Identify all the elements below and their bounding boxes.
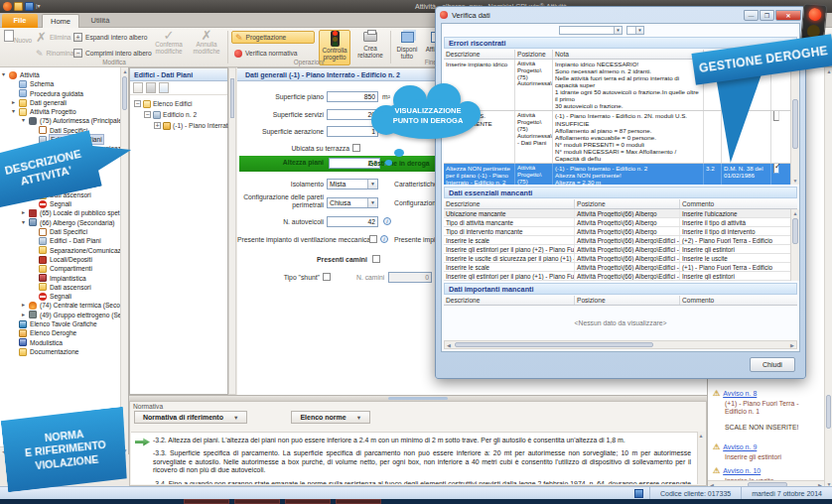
tree-item[interactable]: Edifici - Dati Piani	[0, 236, 120, 245]
maximize-icon[interactable]: ❐	[760, 10, 774, 21]
tree-item[interactable]: Separazione/Comunicazione	[0, 246, 120, 255]
elenco-norme-button[interactable]: Elenco norme▼	[291, 411, 370, 424]
progettazione-button[interactable]: ✎Progettazione	[231, 31, 315, 44]
minimize-icon[interactable]: —	[744, 10, 759, 21]
essenziale-row[interactable]: Inserire gli estintori per il piano (+1)…	[444, 272, 797, 281]
tree-item[interactable]: Elenco Deroghe	[0, 328, 120, 337]
essenziale-row[interactable]: Inserire le uscite di sicurezza per il p…	[444, 254, 797, 263]
isolamento-select[interactable]: Mista▼	[327, 179, 378, 189]
dialog-titlebar[interactable]: Verifica dati — ❐ ✕	[436, 7, 805, 23]
tree-item[interactable]: Impiantistica	[0, 274, 120, 283]
edifici-expander-icon[interactable]: +	[154, 122, 161, 129]
edifici-tree-item[interactable]: − Edificio n. 2	[132, 109, 227, 120]
tree-expander-icon[interactable]: ▾	[2, 70, 9, 79]
error-row[interactable]: Altezza NON pertinente per il piano (-1)…	[444, 164, 797, 185]
essenziale-row[interactable]: Tipo di intervento mancante Attività Pro…	[444, 227, 797, 236]
chevron-down-icon[interactable]: ▼	[614, 27, 622, 34]
taskbar-button[interactable]	[336, 499, 381, 504]
avvisi-vertical-scrollbar[interactable]: ▲▼	[824, 67, 832, 488]
delete-item-icon[interactable]	[146, 82, 156, 93]
tree-item[interactable]: Compartimenti	[0, 264, 120, 273]
splitter-grip[interactable]	[388, 397, 448, 400]
chiudi-button[interactable]: Chiudi	[750, 357, 795, 372]
deroga-checkbox[interactable]	[773, 164, 779, 174]
avviso-item[interactable]: ⚠Avviso n. 10	[713, 466, 818, 475]
expand-tree-button[interactable]: +Espandi intero albero	[73, 31, 147, 44]
tree-item[interactable]: Locali/Depositi	[0, 255, 120, 264]
tree-expander-icon[interactable]: ▸	[22, 208, 29, 217]
ventilazione-checkbox[interactable]	[369, 235, 377, 243]
chevron-down-icon[interactable]: ▼	[635, 27, 643, 34]
tree-item[interactable]: Elenco Tavole Grafiche	[0, 319, 120, 328]
taskbar-button[interactable]	[285, 499, 331, 504]
tab-home[interactable]: Home	[42, 14, 79, 28]
edifici-tree-item[interactable]: + (-1) - Piano Interrato	[132, 120, 227, 131]
tree-item[interactable]: ▸ (65) Locale di pubblico spet	[0, 208, 120, 217]
edifici-expander-icon[interactable]: −	[134, 100, 141, 107]
chevron-down-icon[interactable]: ▼	[356, 415, 361, 421]
avviso-item[interactable]: ⚠Avviso n. 8	[713, 389, 818, 398]
col-posizione[interactable]: Posizione	[515, 50, 553, 59]
quick-access-caret-icon[interactable]: |▾	[36, 2, 41, 11]
tree-item[interactable]: Dati ascensori	[0, 283, 120, 292]
info-icon[interactable]: i	[380, 235, 388, 243]
tree-expander-icon[interactable]: ▸	[22, 311, 29, 319]
col-descrizione[interactable]: Descrizione	[444, 50, 515, 59]
tree-expander-icon[interactable]: ▾	[12, 107, 19, 116]
avviso-link[interactable]: Avviso n. 10	[723, 467, 761, 474]
dialog-horizontal-scrollbar[interactable]: ◀▶	[444, 340, 797, 349]
tree-item[interactable]: ▸ Dati generali	[0, 98, 120, 107]
tree-item[interactable]: Segnali	[0, 292, 120, 301]
tree-vertical-scrollbar[interactable]: ▲▼	[120, 67, 128, 454]
tree-item[interactable]: Dati Specifici	[0, 227, 120, 236]
avviso-item[interactable]: ⚠Avviso n. 9	[713, 442, 818, 451]
config-pareti-select[interactable]: Chiusa▼	[327, 197, 378, 208]
tipo-shunt-checkbox[interactable]	[323, 273, 331, 281]
n-autoveicoli-input[interactable]	[327, 216, 378, 227]
ubicata-terrazza-checkbox[interactable]	[352, 144, 360, 152]
save-icon[interactable]	[25, 2, 34, 11]
tree-item[interactable]: ▾ Attività Progetto	[0, 107, 120, 116]
tab-utilita[interactable]: Utilità	[83, 14, 117, 28]
avviso-link[interactable]: Avviso n. 8	[723, 390, 757, 397]
tree-item[interactable]: Procedura guidata	[0, 89, 120, 98]
tree-item[interactable]: ▾ (66) Albergo (Secondaria)	[0, 218, 120, 227]
chevron-down-icon[interactable]: ▼	[367, 198, 377, 207]
n-camini-input[interactable]	[388, 272, 432, 283]
tree-expander-icon[interactable]: ▾	[22, 218, 29, 227]
essenziale-row[interactable]: Ubicazione mancante Attività Progetto\(6…	[444, 209, 797, 218]
normativa-scrollbar[interactable]: ▲	[697, 432, 705, 484]
tree-item[interactable]: ▸ (49) Gruppo elettrogeno (Secondaria)	[0, 311, 120, 319]
tree-expander-icon[interactable]: ▾	[22, 116, 29, 125]
deroga-checkbox[interactable]	[773, 111, 779, 121]
tree-item[interactable]: ▸ (74) Centrale termica (Secondaria)	[0, 301, 120, 310]
col-posizione[interactable]: Posizione	[575, 296, 680, 305]
essenziale-row[interactable]: Inserire le scale Attività Progetto\(66)…	[444, 263, 797, 272]
panel-vertical-scrollbar[interactable]	[228, 67, 236, 395]
chevron-down-icon[interactable]: ▼	[233, 415, 238, 421]
col-commento[interactable]: Commento	[680, 199, 794, 208]
superficie-aerazione-input[interactable]	[327, 126, 378, 137]
tree-expander-icon[interactable]: ▸	[22, 301, 29, 310]
avviso-link[interactable]: Avviso n. 9	[723, 443, 757, 450]
essenziale-row[interactable]: Inserire le scale Attività Progetto\(66)…	[444, 236, 797, 245]
errors-scrollbar[interactable]: ▼	[790, 60, 799, 185]
col-descrizione[interactable]: Descrizione	[444, 199, 575, 208]
superficie-piano-input[interactable]	[327, 91, 378, 102]
taskbar-button[interactable]	[234, 499, 280, 504]
normativa-riferimento-button[interactable]: Normativa di riferimento▼	[134, 411, 247, 424]
col-posizione[interactable]: Posizione	[575, 199, 680, 208]
tree-item[interactable]: Modulistica	[0, 338, 120, 347]
tree-item[interactable]: Schema	[0, 79, 120, 88]
edifici-tree-item[interactable]: − Elenco Edifici	[132, 98, 227, 109]
tree-item[interactable]: ▾ (75) Autorimessa (Principale)	[0, 116, 120, 125]
open-file-icon[interactable]	[14, 2, 23, 11]
delete-button[interactable]: ✗Elimina	[36, 31, 71, 44]
essenziale-row[interactable]: Tipo di attività mancante Attività Proge…	[444, 218, 797, 227]
essenziali-scrollbar[interactable]: ▲	[790, 209, 799, 281]
tab-file[interactable]: File	[2, 14, 38, 28]
taskbar-button[interactable]	[184, 499, 229, 504]
edifici-expander-icon[interactable]: −	[144, 111, 151, 118]
presenti-camini-checkbox[interactable]	[372, 255, 380, 263]
tree-expander-icon[interactable]: ▸	[12, 98, 19, 107]
